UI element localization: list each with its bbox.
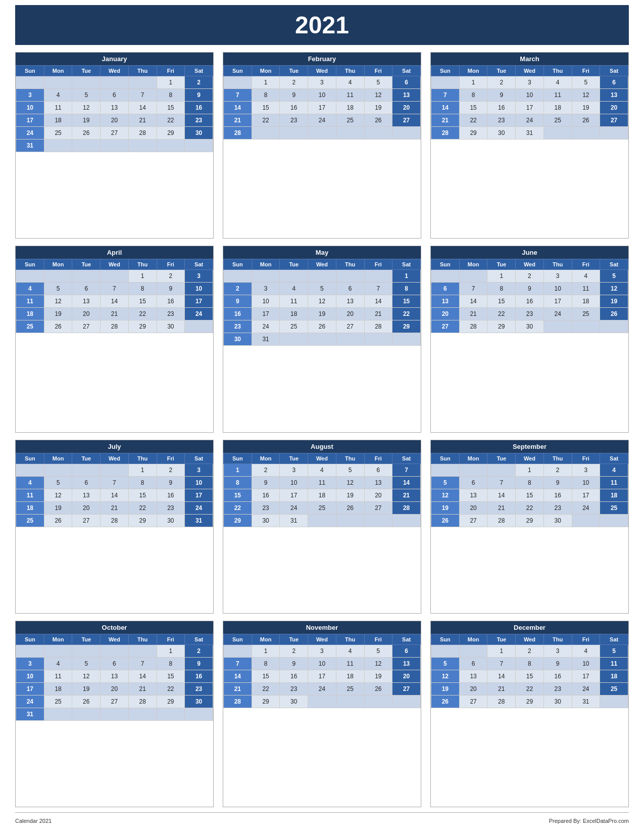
- cal-cell: 20: [459, 501, 487, 514]
- day-header-mon: Mon: [459, 453, 487, 464]
- day-header-fri: Fri: [364, 66, 392, 76]
- cal-cell: 16: [157, 489, 185, 501]
- cal-cell: 17: [572, 670, 600, 682]
- month-january: JanuarySunMonTueWedThuFriSat123456789101…: [15, 52, 214, 239]
- cal-cell: 8: [252, 657, 280, 670]
- cal-cell: 4: [336, 76, 364, 89]
- cal-cell: 5: [72, 657, 101, 670]
- cal-row: 123456: [431, 76, 628, 89]
- cal-cell: 20: [72, 308, 101, 320]
- day-header-thu: Thu: [128, 453, 157, 464]
- cal-cell: 28: [459, 320, 487, 333]
- cal-cell: 23: [543, 501, 572, 514]
- cal-cell: [280, 270, 308, 283]
- cal-cell: [487, 464, 516, 476]
- cal-cell: 12: [572, 89, 600, 102]
- cal-cell: 7: [459, 283, 487, 295]
- cal-cell: 1: [128, 464, 157, 476]
- cal-cell: 14: [487, 489, 516, 501]
- cal-cell: [431, 270, 460, 283]
- cal-cell: 11: [308, 476, 336, 489]
- cal-row: 18192021222324: [16, 501, 213, 514]
- cal-cell: 18: [600, 489, 628, 501]
- cal-cell: 10: [543, 283, 572, 295]
- cal-cell: [336, 695, 364, 708]
- cal-row: 17181920212223: [16, 114, 213, 127]
- cal-cell: 30: [157, 514, 185, 527]
- cal-cell: 2: [516, 270, 544, 283]
- cal-cell: 24: [185, 308, 213, 320]
- cal-cell: 12: [364, 89, 392, 102]
- cal-cell: 5: [572, 76, 600, 89]
- cal-cell: [280, 333, 308, 346]
- cal-cell: 7: [487, 657, 516, 670]
- cal-cell: 27: [336, 320, 364, 333]
- cal-row: 19202122232425: [431, 501, 628, 514]
- cal-cell: 21: [128, 682, 157, 695]
- footer: Calendar 2021 Prepared By: ExcelDataPro.…: [15, 812, 629, 824]
- day-header-sat: Sat: [392, 634, 421, 644]
- cal-cell: 3: [185, 270, 213, 283]
- cal-cell: 6: [364, 464, 392, 476]
- day-header-thu: Thu: [543, 634, 572, 644]
- cal-cell: 11: [600, 657, 628, 670]
- cal-cell: [185, 140, 213, 152]
- cal-cell: 17: [308, 670, 336, 682]
- cal-row: 31: [16, 708, 213, 720]
- day-header-sat: Sat: [185, 453, 213, 464]
- cal-cell: 29: [157, 127, 185, 140]
- cal-cell: 21: [101, 308, 129, 320]
- cal-cell: 23: [543, 682, 572, 695]
- cal-cell: 23: [487, 114, 516, 127]
- cal-cell: 16: [157, 295, 185, 308]
- cal-cell: 31: [572, 695, 600, 708]
- month-title: September: [431, 440, 628, 453]
- cal-cell: 1: [487, 270, 516, 283]
- day-header-tue: Tue: [72, 453, 101, 464]
- day-header-sun: Sun: [16, 634, 44, 644]
- cal-cell: 20: [101, 114, 129, 127]
- cal-cell: 18: [600, 670, 628, 682]
- cal-cell: 21: [224, 114, 252, 127]
- day-header-mon: Mon: [252, 66, 280, 76]
- cal-row: 12345: [431, 270, 628, 283]
- cal-cell: [364, 695, 392, 708]
- cal-cell: 10: [572, 476, 600, 489]
- cal-cell: 7: [392, 464, 421, 476]
- cal-cell: 9: [185, 657, 213, 670]
- cal-cell: 29: [224, 514, 252, 527]
- cal-cell: 9: [280, 89, 308, 102]
- cal-cell: 9: [516, 283, 544, 295]
- cal-cell: 27: [392, 114, 421, 127]
- cal-cell: [44, 270, 72, 283]
- cal-cell: [392, 127, 421, 140]
- cal-cell: 29: [487, 320, 516, 333]
- cal-cell: 28: [101, 514, 129, 527]
- cal-cell: 4: [543, 76, 572, 89]
- cal-cell: [308, 127, 336, 140]
- cal-cell: 18: [336, 102, 364, 114]
- cal-cell: 15: [516, 489, 544, 501]
- cal-cell: 3: [308, 76, 336, 89]
- cal-cell: 12: [72, 670, 101, 682]
- cal-table: SunMonTueWedThuFriSat1234567891011121314…: [431, 453, 628, 527]
- cal-cell: 2: [516, 644, 544, 657]
- cal-cell: 10: [16, 670, 44, 682]
- day-header-thu: Thu: [128, 259, 157, 270]
- cal-cell: [224, 644, 252, 657]
- cal-cell: 13: [392, 657, 421, 670]
- cal-cell: [101, 76, 129, 89]
- cal-cell: 3: [516, 76, 544, 89]
- cal-cell: [280, 127, 308, 140]
- cal-cell: [157, 708, 185, 720]
- cal-cell: [128, 140, 157, 152]
- cal-cell: 23: [185, 114, 213, 127]
- cal-cell: 4: [308, 464, 336, 476]
- footer-right: Prepared By: ExcelDataPro.com: [549, 818, 629, 824]
- cal-cell: 14: [431, 102, 460, 114]
- cal-cell: 10: [280, 476, 308, 489]
- cal-cell: 21: [101, 501, 129, 514]
- cal-cell: 12: [364, 657, 392, 670]
- cal-cell: 12: [431, 489, 460, 501]
- cal-cell: [72, 644, 101, 657]
